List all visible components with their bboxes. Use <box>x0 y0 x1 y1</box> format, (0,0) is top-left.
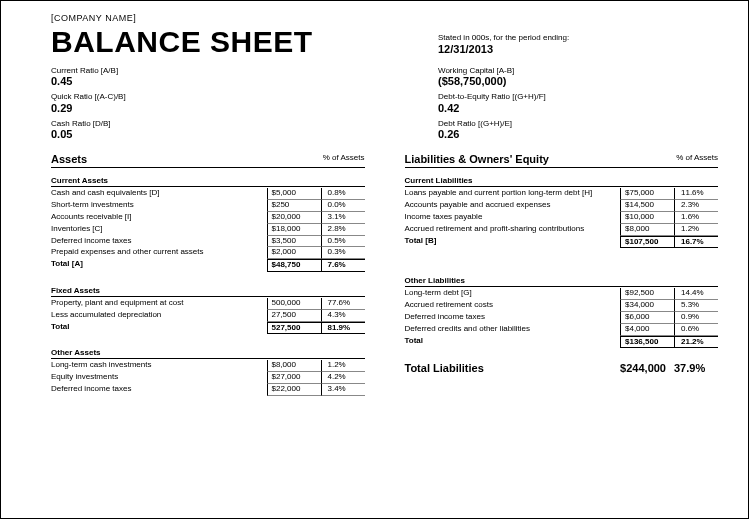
liabilities-heading-label: Liabilities & Owners' Equity <box>405 153 677 165</box>
total-liabilities-label: Total Liabilities <box>405 362 605 374</box>
period-label: Stated in 000s, for the period ending: <box>438 33 718 43</box>
table-row: Accounts receivable [I]$20,0003.1% <box>51 212 365 224</box>
current-liabilities-group: Current Liabilities Loans payable and cu… <box>405 176 719 248</box>
ratio-label: Quick Ratio [(A-C)/B] <box>51 92 438 102</box>
group-title: Other Liabilities <box>405 276 719 287</box>
total-row: Total [B]$107,50016.7% <box>405 236 719 249</box>
ratio-value: 0.42 <box>438 102 718 114</box>
balance-sheet-document: [COMPANY NAME] BALANCE SHEET Stated in 0… <box>1 1 748 410</box>
liabilities-pct-heading: % of Assets <box>676 153 718 165</box>
table-row: Inventories [C]$18,0002.8% <box>51 224 365 236</box>
page-title: BALANCE SHEET <box>51 25 438 59</box>
ratio-label: Debt Ratio [(G+H)/E] <box>438 119 718 129</box>
table-row: Less accumulated depreciation27,5004.3% <box>51 310 365 322</box>
total-row: Total527,50081.9% <box>51 322 365 335</box>
ratios-row: Current Ratio [A/B] 0.45 Quick Ratio [(A… <box>51 66 718 146</box>
table-row: Loans payable and current portion long-t… <box>405 188 719 200</box>
total-row: Total$136,50021.2% <box>405 336 719 349</box>
table-row: Prepaid expenses and other current asset… <box>51 247 365 259</box>
ratio-value: 0.05 <box>51 128 438 140</box>
ratio-value: 0.45 <box>51 75 438 87</box>
total-row: Total [A]$48,7507.6% <box>51 259 365 272</box>
table-row: Deferred income taxes$3,5000.5% <box>51 236 365 248</box>
liabilities-heading: Liabilities & Owners' Equity % of Assets <box>405 153 719 168</box>
liabilities-column: Liabilities & Owners' Equity % of Assets… <box>405 153 719 409</box>
ratios-right: Working Capital [A-B] ($58,750,000) Debt… <box>438 66 718 146</box>
table-row: Long-term debt [G]$92,50014.4% <box>405 288 719 300</box>
ratio-label: Cash Ratio [D/B] <box>51 119 438 129</box>
assets-column: Assets % of Assets Current Assets Cash a… <box>51 153 365 409</box>
table-row: Deferred income taxes$6,0000.9% <box>405 312 719 324</box>
group-title: Fixed Assets <box>51 286 365 297</box>
total-liabilities-pct: 37.9% <box>674 362 718 374</box>
table-row: Property, plant and equipment at cost500… <box>51 298 365 310</box>
group-title: Current Assets <box>51 176 365 187</box>
ratio-label: Working Capital [A-B] <box>438 66 718 76</box>
period-value: 12/31/2013 <box>438 43 718 55</box>
period-block: Stated in 000s, for the period ending: 1… <box>438 25 718 60</box>
table-row: Income taxes payable$10,0001.6% <box>405 212 719 224</box>
table-row: Equity investments$27,0004.2% <box>51 372 365 384</box>
assets-pct-heading: % of Assets <box>323 153 365 165</box>
total-liabilities: Total Liabilities $244,000 37.9% <box>405 362 719 374</box>
group-title: Current Liabilities <box>405 176 719 187</box>
ratio-value: 0.26 <box>438 128 718 140</box>
ratios-left: Current Ratio [A/B] 0.45 Quick Ratio [(A… <box>51 66 438 146</box>
table-row: Cash and cash equivalents [D]$5,0000.8% <box>51 188 365 200</box>
table-row: Accounts payable and accrued expenses$14… <box>405 200 719 212</box>
table-row: Long-term cash investments$8,0001.2% <box>51 360 365 372</box>
main-columns: Assets % of Assets Current Assets Cash a… <box>51 153 718 409</box>
ratio-label: Debt-to-Equity Ratio [(G+H)/F] <box>438 92 718 102</box>
ratio-value: 0.29 <box>51 102 438 114</box>
group-title: Other Assets <box>51 348 365 359</box>
table-row: Accrued retirement costs$34,0005.3% <box>405 300 719 312</box>
table-row: Deferred credits and other liabilities$4… <box>405 324 719 336</box>
table-row: Accrued retirement and profit-sharing co… <box>405 224 719 236</box>
header-row: BALANCE SHEET Stated in 000s, for the pe… <box>51 25 718 60</box>
other-liabilities-group: Other Liabilities Long-term debt [G]$92,… <box>405 276 719 348</box>
other-assets-group: Other Assets Long-term cash investments$… <box>51 348 365 395</box>
assets-heading-label: Assets <box>51 153 323 165</box>
total-liabilities-value: $244,000 <box>604 362 674 374</box>
company-name: [COMPANY NAME] <box>51 13 718 23</box>
table-row: Short-term investments$2500.0% <box>51 200 365 212</box>
table-row: Deferred income taxes$22,0003.4% <box>51 384 365 396</box>
ratio-label: Current Ratio [A/B] <box>51 66 438 76</box>
ratio-value: ($58,750,000) <box>438 75 718 87</box>
fixed-assets-group: Fixed Assets Property, plant and equipme… <box>51 286 365 334</box>
current-assets-group: Current Assets Cash and cash equivalents… <box>51 176 365 272</box>
assets-heading: Assets % of Assets <box>51 153 365 168</box>
